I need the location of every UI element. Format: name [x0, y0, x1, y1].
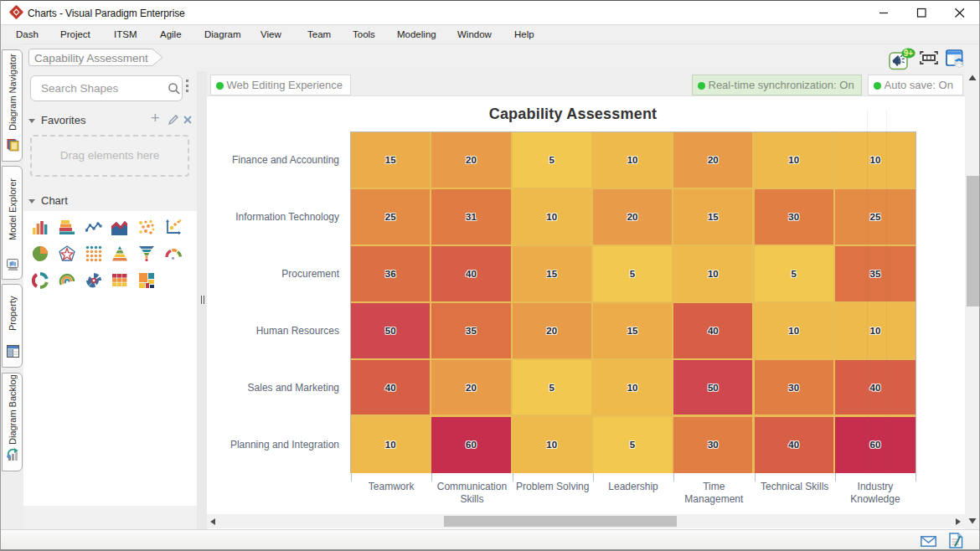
svg-text:9+: 9+: [904, 49, 914, 58]
